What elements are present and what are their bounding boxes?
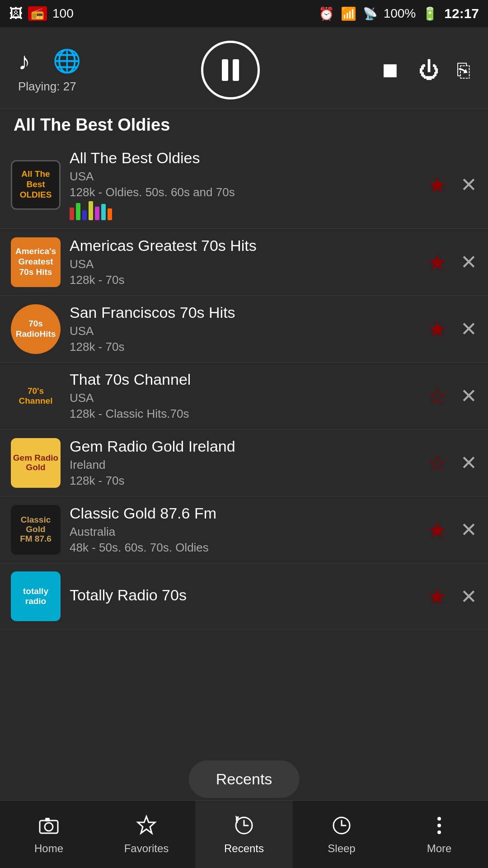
pause-button[interactable] xyxy=(201,41,260,99)
pause-bar-right xyxy=(233,59,239,81)
station-bitrate: 128k - 70s xyxy=(70,474,418,488)
eq-bar xyxy=(95,207,99,220)
station-info: San Franciscos 70s Hits USA 128k - 70s xyxy=(70,304,418,354)
station-item[interactable]: America's Greatest 70s Hits Americas Gre… xyxy=(0,229,488,296)
station-item[interactable]: 70's Channel That 70s Channel USA 128k -… xyxy=(0,363,488,429)
station-logo: America's Greatest 70s Hits xyxy=(11,237,61,287)
nav-label-favorites: Favorites xyxy=(124,842,169,855)
share-button[interactable]: ⎘ xyxy=(457,58,470,82)
recents-tooltip-text: Recents xyxy=(216,770,272,788)
station-logo: 70's Channel xyxy=(11,371,61,421)
star-icon xyxy=(135,814,158,837)
wifi-icon: 📶 xyxy=(341,6,357,21)
station-name: Gem Radio Gold Ireland xyxy=(70,438,418,455)
station-country: USA xyxy=(70,257,418,271)
nav-item-recents[interactable]: Recents xyxy=(195,801,293,868)
nav-label-more: More xyxy=(427,842,452,855)
svg-point-7 xyxy=(437,817,441,821)
svg-point-8 xyxy=(437,824,441,827)
pause-icon xyxy=(222,59,239,81)
station-name: Americas Greatest 70s Hits xyxy=(70,237,418,255)
station-country: USA xyxy=(70,391,418,405)
home-icon xyxy=(38,814,60,837)
station-actions: ☆ ✕ xyxy=(427,450,477,476)
favorite-button[interactable]: ☆ xyxy=(427,450,447,476)
station-name: All The Best Oldies xyxy=(70,149,418,167)
nav-icon-sleep xyxy=(330,814,353,839)
station-actions: ★ ✕ xyxy=(427,316,477,342)
logo-text: Classic Gold FM 87.6 xyxy=(20,515,52,544)
playing-label: Playing: 27 xyxy=(18,80,81,94)
status-bar: 🖼 📻 100 ⏰ 📶 📡 100% 🔋 12:17 xyxy=(0,0,488,27)
station-country: Australia xyxy=(70,525,418,539)
station-country: USA xyxy=(70,324,418,338)
eq-bar xyxy=(101,204,106,220)
signal-icon: 📡 xyxy=(363,7,377,21)
favorite-button[interactable]: ★ xyxy=(427,172,447,198)
station-item[interactable]: totally radio Totally Radio 70s ★ ✕ xyxy=(0,563,488,630)
player-icon-row: ♪ 🌐 xyxy=(18,47,81,75)
nav-item-sleep[interactable]: Sleep xyxy=(293,801,390,868)
logo-text: America's Greatest 70s Hits xyxy=(15,246,56,277)
eq-bar xyxy=(89,201,93,220)
remove-button[interactable]: ✕ xyxy=(460,317,477,340)
favorite-button[interactable]: ★ xyxy=(427,517,447,542)
station-info: Totally Radio 70s xyxy=(70,586,418,607)
station-logo: Classic Gold FM 87.6 xyxy=(11,505,61,555)
station-logo: totally radio xyxy=(11,571,61,621)
music-note-icon[interactable]: ♪ xyxy=(18,47,30,75)
station-country: USA xyxy=(70,170,418,184)
player-left-group: ♪ 🌐 Playing: 27 xyxy=(18,47,81,94)
logo-text: totally radio xyxy=(23,586,48,606)
nav-item-favorites[interactable]: Favorites xyxy=(98,801,195,868)
station-name: That 70s Channel xyxy=(70,371,418,388)
recents-tooltip: Recents xyxy=(189,760,300,798)
station-item[interactable]: Classic Gold FM 87.6 Classic Gold 87.6 F… xyxy=(0,496,488,563)
nav-item-more[interactable]: More xyxy=(390,801,488,868)
nav-item-home[interactable]: Home xyxy=(0,801,98,868)
station-actions: ★ ✕ xyxy=(427,584,477,609)
station-info: Americas Greatest 70s Hits USA 128k - 70… xyxy=(70,237,418,287)
station-item[interactable]: Gem Radio Gold Gem Radio Gold Ireland Ir… xyxy=(0,429,488,496)
svg-point-1 xyxy=(45,823,53,831)
station-bitrate: 48k - 50s. 60s. 70s. Oldies xyxy=(70,541,418,555)
remove-button[interactable]: ✕ xyxy=(460,250,477,274)
eq-bar xyxy=(76,203,80,220)
remove-button[interactable]: ✕ xyxy=(460,451,477,474)
station-bitrate: 128k - Classic Hits.70s xyxy=(70,407,418,421)
bottom-nav: Home Favorites Recents Sleep xyxy=(0,800,488,868)
recents-icon xyxy=(233,814,255,837)
station-logo: All The Best OLDIES xyxy=(11,160,61,210)
favorite-button[interactable]: ★ xyxy=(427,584,447,609)
nav-label-home: Home xyxy=(34,842,63,855)
globe-icon[interactable]: 🌐 xyxy=(53,48,81,74)
power-button[interactable]: ⏻ xyxy=(418,58,439,82)
favorite-button[interactable]: ★ xyxy=(427,250,447,275)
sleep-icon xyxy=(330,814,353,837)
station-item[interactable]: 70s RadioHits San Franciscos 70s Hits US… xyxy=(0,296,488,363)
logo-text: 70's Channel xyxy=(19,386,53,406)
station-item[interactable]: All The Best OLDIES All The Best Oldies … xyxy=(0,141,488,229)
player-controls-row: ♪ 🌐 Playing: 27 ⏹ ⏻ ⎘ xyxy=(18,41,470,99)
station-info: Gem Radio Gold Ireland Ireland 128k - 70… xyxy=(70,438,418,488)
station-country: Ireland xyxy=(70,458,418,472)
favorite-button[interactable]: ★ xyxy=(427,316,447,342)
battery-number: 100 xyxy=(52,6,74,21)
nav-icon-more xyxy=(428,814,450,839)
remove-button[interactable]: ✕ xyxy=(460,384,477,407)
section-title-text: All The Best Oldies xyxy=(14,115,170,134)
remove-button[interactable]: ✕ xyxy=(460,173,477,196)
player-header: ♪ 🌐 Playing: 27 ⏹ ⏻ ⎘ xyxy=(0,27,488,108)
remove-button[interactable]: ✕ xyxy=(460,585,477,608)
equalizer-bars xyxy=(70,202,418,220)
eq-bar xyxy=(108,208,112,220)
status-left: 🖼 📻 100 xyxy=(9,6,74,21)
clock: 12:17 xyxy=(444,6,479,21)
remove-button[interactable]: ✕ xyxy=(460,518,477,541)
section-title: All The Best Oldies xyxy=(0,108,488,141)
radio-app-icon: 📻 xyxy=(28,6,47,21)
alarm-icon: ⏰ xyxy=(319,6,334,21)
pause-bar-left xyxy=(222,59,228,81)
favorite-button[interactable]: ☆ xyxy=(427,383,447,409)
stop-button[interactable]: ⏹ xyxy=(380,58,400,82)
